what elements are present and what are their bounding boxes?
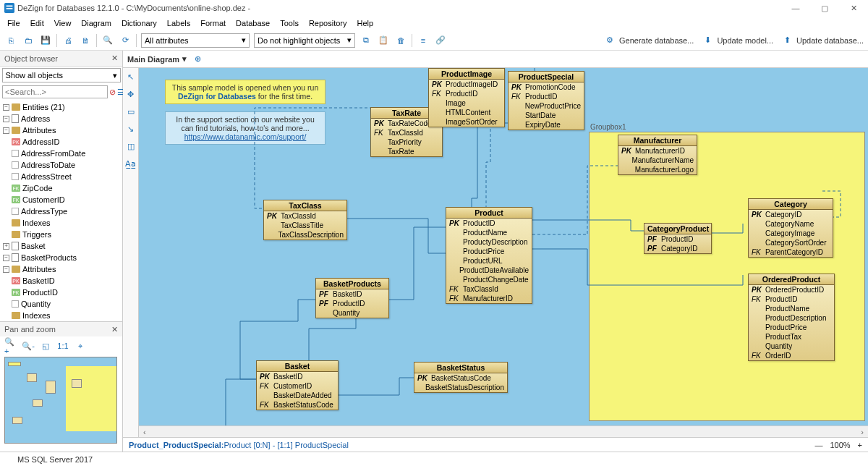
object-browser-header: Object browser ✕ [0, 51, 122, 67]
close-button[interactable]: ✕ [839, 0, 868, 16]
close-panel-icon[interactable]: ✕ [111, 325, 118, 334]
maximize-button[interactable]: ▢ [810, 0, 839, 16]
menu-edit[interactable]: Edit [26, 17, 48, 29]
menubar: File Edit View Diagram Dictionary Labels… [0, 16, 868, 30]
align-icon[interactable]: ≡ [417, 34, 430, 47]
support-link[interactable]: https://www.datanamic.com/support/ [184, 132, 307, 141]
menu-repository[interactable]: Repository [305, 17, 352, 29]
entity-basket[interactable]: BasketPKBasketIDFKCustomerID.BasketDateA… [256, 360, 339, 410]
preview-icon[interactable]: 🗎 [79, 34, 92, 47]
note-tool-icon[interactable]: ◫ [125, 140, 137, 152]
entity-categoryproduct[interactable]: CategoryProductPFProductIDPFCategoryID [644, 223, 712, 254]
tree-node[interactable]: FKCustomerID [0, 194, 122, 206]
show-objects-combo[interactable]: Show all objects▾ [2, 68, 121, 82]
zoom-select-icon[interactable]: ⌖ [74, 339, 87, 352]
scroll-right-icon[interactable]: › [856, 428, 868, 436]
pan-zoom-panel: Pan and zoom✕ 🔍+ 🔍- ◱ 1:1 ⌖ [0, 321, 122, 452]
delete-icon[interactable]: 🗑 [394, 34, 407, 47]
highlight-combo[interactable]: Do not highlight objects▾ [254, 33, 355, 48]
pointer-icon[interactable]: ↖ [125, 71, 137, 82]
tree-node[interactable]: Indexes [0, 310, 122, 321]
close-panel-icon[interactable]: ✕ [111, 54, 118, 63]
object-tree[interactable]: −Entities (21)−Address−AttributesPKAddre… [0, 100, 122, 321]
tree-node[interactable]: FKZipCode [0, 182, 122, 194]
menu-diagram[interactable]: Diagram [77, 17, 116, 29]
scroll-left-icon[interactable]: ‹ [139, 428, 150, 436]
menu-file[interactable]: File [3, 17, 25, 29]
groupbox-label: Groupbox1 [590, 123, 626, 131]
clear-search-icon[interactable]: ⊘ [109, 85, 116, 98]
footer: MS SQL Server 2017 [0, 452, 868, 466]
tree-node[interactable]: FKProductID [0, 287, 122, 298]
svg-rect-1 [7, 6, 13, 7]
zoom-out-button[interactable]: — [814, 441, 822, 449]
zoom-out-icon[interactable]: 🔍- [22, 339, 35, 352]
zoom-100-icon[interactable]: 1:1 [56, 339, 69, 352]
search-input[interactable] [2, 85, 108, 98]
attributes-combo[interactable]: All attributes▾ [141, 33, 250, 48]
menu-format[interactable]: Format [196, 17, 230, 29]
menu-dictionary[interactable]: Dictionary [117, 17, 161, 29]
menu-database[interactable]: Database [231, 17, 274, 29]
copy-icon[interactable]: ⧉ [359, 34, 373, 47]
tree-node[interactable]: PKBasketID [0, 275, 122, 287]
menu-help[interactable]: Help [352, 17, 378, 29]
move-icon[interactable]: ✥ [125, 88, 137, 100]
menu-labels[interactable]: Labels [163, 17, 195, 29]
entity-orderedproduct[interactable]: OrderedProductPKOrderedProductIDFKProduc… [748, 274, 835, 361]
zoom-level: 100% [830, 441, 850, 449]
entity-basketproducts[interactable]: BasketProductsPFBasketIDPFProductID.Quan… [315, 278, 389, 318]
link-icon[interactable]: 🔗 [434, 34, 447, 47]
entity-category[interactable]: CategoryPKCategoryID.CategoryName.Catego… [748, 198, 833, 258]
save-icon[interactable]: 💾 [39, 34, 52, 47]
tree-node[interactable]: −Address [0, 113, 122, 124]
tree-node[interactable]: Indexes [0, 217, 122, 229]
text-tool-icon[interactable]: A̲a̲ [125, 158, 137, 169]
entity-basketstatus[interactable]: BasketStatusPKBasketStatusCode.BasketSta… [414, 362, 508, 393]
entity-productspecial[interactable]: ProductSpecialPKPromotionCodeFKProductID… [508, 71, 584, 130]
tree-node[interactable]: AddressStreet [0, 171, 122, 182]
tree-node[interactable]: −BasketProducts [0, 252, 122, 263]
minimap[interactable] [4, 357, 117, 444]
tree-node[interactable]: AddressFromDate [0, 148, 122, 159]
upload-icon: ⬆ [780, 34, 793, 47]
relation-tool-icon[interactable]: ↘ [125, 123, 137, 135]
refresh-icon[interactable]: ⟳ [119, 34, 132, 47]
entity-taxclass[interactable]: TaxClassPKTaxClassId.TaxClassTitle.TaxCl… [263, 200, 347, 240]
entity-tool-icon[interactable]: ▭ [125, 106, 137, 117]
menu-tools[interactable]: Tools [276, 17, 303, 29]
new-icon[interactable]: ⎘ [4, 34, 17, 47]
print-icon[interactable]: 🖨 [61, 34, 75, 47]
zoom-fit-icon[interactable]: ◱ [39, 339, 52, 352]
search-icon[interactable]: 🔍 [101, 34, 114, 47]
tree-node[interactable]: Quantity [0, 298, 122, 310]
download-icon: ⬇ [701, 34, 714, 47]
tree-node[interactable]: −Entities (21) [0, 101, 122, 113]
add-tab-icon[interactable]: ⊕ [191, 53, 204, 66]
tree-node[interactable]: PKAddressID [0, 136, 122, 148]
update-model-button[interactable]: ⬇Update model... [701, 34, 773, 47]
note-sample[interactable]: This sample model is opened when you run… [165, 80, 326, 104]
entity-manufacturer[interactable]: ManufacturerPKManufacturerID.Manufacture… [618, 135, 697, 175]
update-database-button[interactable]: ⬆Update database... [780, 34, 864, 47]
tree-node[interactable]: −Attributes [0, 263, 122, 275]
note-support[interactable]: In the support section on our website yo… [165, 111, 326, 145]
minimize-button[interactable]: — [781, 0, 810, 16]
entity-productimage[interactable]: ProductImagePKProductImageIDFKProductID.… [428, 68, 505, 127]
tree-node[interactable]: +Basket [0, 240, 122, 252]
zoom-in-button[interactable]: + [858, 441, 862, 449]
tree-node[interactable]: AddressToDate [0, 159, 122, 171]
menu-view[interactable]: View [50, 17, 76, 29]
tab-main-diagram[interactable]: Main Diagram▾ [127, 54, 187, 64]
tree-node[interactable]: Triggers [0, 229, 122, 240]
tree-node[interactable]: −Attributes [0, 124, 122, 136]
tree-node[interactable]: AddressType [0, 206, 122, 217]
sidebar: Object browser ✕ Show all objects▾ ⊘ ☰ −… [0, 51, 123, 452]
paste-icon[interactable]: 📋 [377, 34, 390, 47]
generate-database-button[interactable]: ⚙Generate database... [603, 34, 694, 47]
entity-product[interactable]: ProductPKProductID.ProductName.ProductyD… [446, 207, 532, 304]
open-icon[interactable]: 🗀 [22, 34, 35, 47]
zoom-in-icon[interactable]: 🔍+ [4, 339, 17, 352]
diagram-canvas[interactable]: Groupbox1 This sample model is opened wh… [139, 68, 868, 421]
chevron-down-icon: ▾ [182, 54, 187, 64]
